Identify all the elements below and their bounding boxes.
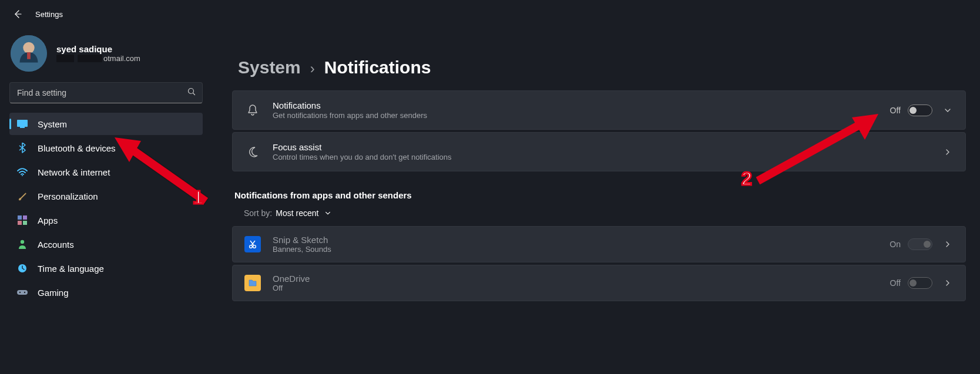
chevron-down-icon <box>322 210 334 217</box>
app-toggle[interactable] <box>908 238 932 250</box>
sidebar-item-gaming[interactable]: Gaming <box>9 281 203 304</box>
app-sub: Banners, Sounds <box>273 245 890 254</box>
sidebar-item-bluetooth[interactable]: Bluetooth & devices <box>9 137 203 159</box>
profile-email: otmail.com <box>56 54 140 63</box>
card-subtitle: Control times when you do and don't get … <box>273 153 939 161</box>
toggle-label: Off <box>890 106 901 115</box>
svg-rect-13 <box>17 290 28 295</box>
app-row-onedrive[interactable]: OneDrive Off Off <box>232 265 966 301</box>
window-title: Settings <box>35 10 63 19</box>
profile-name: syed sadique <box>56 44 140 54</box>
brush-icon <box>16 190 28 202</box>
sidebar-item-label: Accounts <box>38 240 74 250</box>
notifications-toggle[interactable] <box>908 105 932 116</box>
sidebar-item-label: Personalization <box>38 191 98 201</box>
apps-icon <box>16 214 28 226</box>
gamepad-icon <box>16 287 28 298</box>
search-icon <box>187 87 196 98</box>
wifi-icon <box>16 166 28 178</box>
svg-point-15 <box>24 292 25 293</box>
toggle-label: On <box>890 240 901 249</box>
sort-dropdown[interactable]: Most recent <box>276 208 334 218</box>
svg-rect-5 <box>20 127 25 128</box>
app-name: Snip & Sketch <box>273 235 890 245</box>
profile-block[interactable]: syed sadique otmail.com <box>9 35 203 72</box>
chevron-right-icon <box>942 240 954 248</box>
svg-point-16 <box>250 245 253 248</box>
sidebar-item-label: Apps <box>38 215 58 225</box>
breadcrumb-separator: › <box>310 60 315 77</box>
sidebar-item-network[interactable]: Network & internet <box>9 161 203 183</box>
sidebar-item-accounts[interactable]: Accounts <box>9 233 203 255</box>
focus-assist-card[interactable]: Focus assist Control times when you do a… <box>232 132 966 171</box>
sidebar-item-label: Time & language <box>38 264 104 274</box>
breadcrumb-parent[interactable]: System <box>238 58 301 78</box>
svg-point-17 <box>253 245 256 248</box>
sidebar-item-system[interactable]: System <box>9 113 203 135</box>
svg-rect-2 <box>27 52 31 59</box>
sidebar-item-apps[interactable]: Apps <box>9 209 203 231</box>
app-row-snip[interactable]: Snip & Sketch Banners, Sounds On <box>232 226 966 262</box>
person-icon <box>16 238 28 250</box>
chevron-right-icon <box>942 148 954 156</box>
svg-rect-4 <box>17 120 28 127</box>
svg-rect-9 <box>18 221 22 225</box>
toggle-label: Off <box>890 278 901 288</box>
sidebar-item-time[interactable]: Time & language <box>9 257 203 279</box>
sidebar-item-personalization[interactable]: Personalization <box>9 185 203 207</box>
bluetooth-icon <box>16 142 28 154</box>
svg-rect-8 <box>23 215 27 220</box>
clock-icon <box>16 262 28 274</box>
breadcrumb: System › Notifications <box>238 58 966 78</box>
back-button[interactable] <box>7 4 28 25</box>
svg-point-14 <box>19 292 21 293</box>
search-box <box>9 82 203 103</box>
sidebar-item-label: Network & internet <box>38 167 110 177</box>
breadcrumb-current: Notifications <box>324 58 431 78</box>
svg-rect-10 <box>23 221 27 225</box>
svg-point-11 <box>21 240 24 244</box>
chevron-down-icon[interactable] <box>942 106 954 114</box>
sidebar-item-label: Bluetooth & devices <box>38 143 116 153</box>
avatar <box>11 35 47 72</box>
bell-icon <box>244 104 261 117</box>
sidebar: syed sadique otmail.com System <box>0 28 209 374</box>
app-icon <box>244 236 261 252</box>
search-input[interactable] <box>9 82 203 103</box>
app-icon <box>244 275 261 291</box>
card-title: Notifications <box>273 100 890 110</box>
app-name: OneDrive <box>273 274 890 284</box>
sort-label: Sort by: <box>244 208 272 218</box>
sidebar-item-label: Gaming <box>38 288 69 298</box>
svg-point-1 <box>23 42 34 53</box>
annotation-number-1: 1 <box>193 187 203 208</box>
chevron-right-icon <box>942 279 954 287</box>
card-subtitle: Get notifications from apps and other se… <box>273 111 890 120</box>
app-sub: Off <box>273 284 890 292</box>
sidebar-item-label: System <box>38 119 67 129</box>
system-icon <box>16 118 28 130</box>
main-panel: System › Notifications Notifications Get… <box>209 28 980 374</box>
app-toggle[interactable] <box>908 277 932 289</box>
svg-rect-7 <box>18 215 22 220</box>
card-title: Focus assist <box>273 142 939 152</box>
section-title: Notifications from apps and other sender… <box>234 190 966 200</box>
moon-icon <box>244 146 261 158</box>
annotation-number-2: 2 <box>741 168 752 190</box>
arrow-left-icon <box>13 9 22 19</box>
notifications-card[interactable]: Notifications Get notifications from app… <box>232 90 966 130</box>
svg-point-6 <box>22 175 23 176</box>
